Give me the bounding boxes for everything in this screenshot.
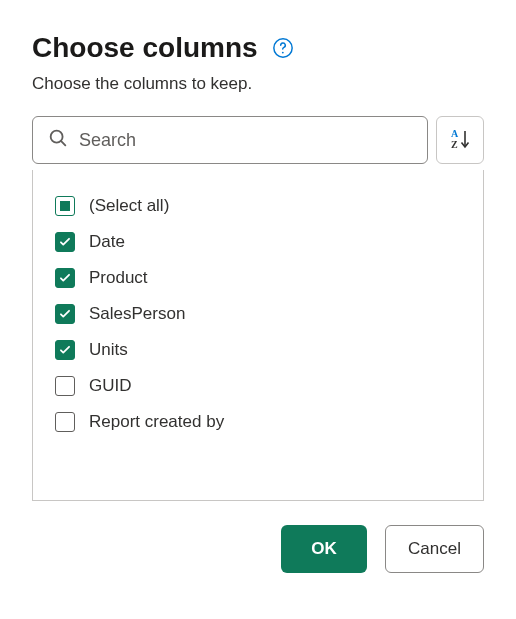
search-field[interactable]: [32, 116, 428, 164]
ok-button[interactable]: OK: [281, 525, 367, 573]
column-label: Product: [89, 268, 148, 288]
checkbox-indeterminate-icon: [55, 196, 75, 216]
svg-line-3: [61, 141, 65, 145]
cancel-button[interactable]: Cancel: [385, 525, 484, 573]
search-input[interactable]: [79, 130, 413, 151]
page-title: Choose columns: [32, 32, 258, 64]
list-item[interactable]: Units: [55, 332, 461, 368]
select-all-item[interactable]: (Select all): [55, 188, 461, 224]
column-label: SalesPerson: [89, 304, 185, 324]
column-label: Units: [89, 340, 128, 360]
checkbox-checked-icon: [55, 232, 75, 252]
checkbox-unchecked-icon: [55, 376, 75, 396]
checkbox-unchecked-icon: [55, 412, 75, 432]
column-label: Date: [89, 232, 125, 252]
column-label: GUID: [89, 376, 132, 396]
svg-point-1: [281, 52, 283, 54]
svg-text:Z: Z: [451, 139, 458, 150]
list-item[interactable]: GUID: [55, 368, 461, 404]
help-icon[interactable]: [272, 37, 294, 59]
checkbox-checked-icon: [55, 340, 75, 360]
page-subtitle: Choose the columns to keep.: [32, 74, 484, 94]
sort-button[interactable]: A Z: [436, 116, 484, 164]
sort-az-icon: A Z: [448, 127, 472, 154]
column-label: Report created by: [89, 412, 224, 432]
list-item[interactable]: Date: [55, 224, 461, 260]
checkbox-checked-icon: [55, 304, 75, 324]
column-list: (Select all) DateProductSalesPersonUnits…: [32, 170, 484, 501]
select-all-label: (Select all): [89, 196, 169, 216]
list-item[interactable]: SalesPerson: [55, 296, 461, 332]
checkbox-checked-icon: [55, 268, 75, 288]
search-icon: [47, 127, 69, 153]
svg-text:A: A: [451, 128, 459, 139]
list-item[interactable]: Report created by: [55, 404, 461, 440]
list-item[interactable]: Product: [55, 260, 461, 296]
